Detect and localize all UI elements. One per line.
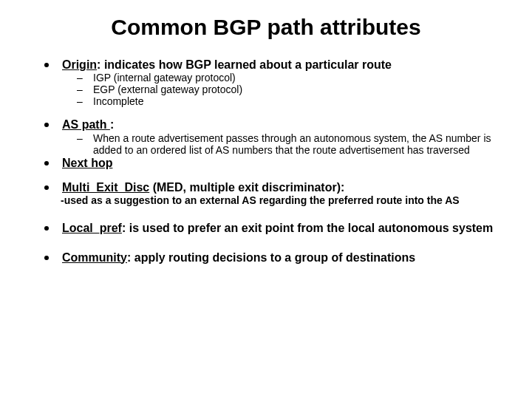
bullet-community-text: Community: apply routing decisions to a … bbox=[62, 250, 502, 265]
bullet-dot-icon bbox=[44, 123, 49, 127]
slide-title: Common BGP path attributes bbox=[30, 15, 502, 40]
community-desc: : apply routing decisions to a group of … bbox=[127, 251, 415, 264]
med-label: Multi_Exit_Disc bbox=[62, 181, 149, 194]
sub-igp: IGP (internal gateway protocol) bbox=[93, 72, 502, 83]
sub-item: – Incomplete bbox=[77, 95, 502, 107]
origin-desc: : indicates how BGP learned about a part… bbox=[97, 58, 392, 71]
bullet-med-text: Multi_Exit_Disc (MED, multiple exit disc… bbox=[62, 180, 502, 194]
bullet-localpref: Local_pref: is used to prefer an exit po… bbox=[44, 221, 502, 235]
dash-icon: – bbox=[77, 83, 84, 95]
bullet-med: Multi_Exit_Disc (MED, multiple exit disc… bbox=[44, 180, 502, 194]
bullet-nexthop: Next hop bbox=[44, 156, 502, 170]
bullet-nexthop-text: Next hop bbox=[62, 156, 502, 170]
sub-aspath-desc: When a route advertisement passes throug… bbox=[93, 132, 502, 156]
dash-icon: – bbox=[77, 132, 84, 144]
origin-label: Origin bbox=[62, 58, 97, 71]
localpref-label: Local_pref bbox=[62, 222, 122, 234]
aspath-desc: : bbox=[110, 118, 114, 131]
bullet-dot-icon bbox=[44, 161, 49, 166]
community-label: Community bbox=[62, 251, 127, 264]
bullet-dot-icon bbox=[44, 63, 49, 67]
bullet-dot-icon bbox=[44, 256, 49, 260]
dash-icon: – bbox=[77, 72, 84, 83]
sub-item: – When a route advertisement passes thro… bbox=[77, 132, 502, 156]
sub-med-note: -used as a suggestion to an external AS … bbox=[61, 194, 502, 206]
sub-item: – EGP (external gateway protocol) bbox=[77, 83, 502, 95]
bullet-aspath-text: AS path : bbox=[62, 117, 502, 132]
bullet-origin-text: Origin: indicates how BGP learned about … bbox=[62, 58, 502, 72]
dash-icon: – bbox=[77, 95, 84, 107]
sub-egp: EGP (external gateway protocol) bbox=[93, 83, 502, 95]
med-desc: (MED, multiple exit discriminator): bbox=[149, 181, 344, 194]
localpref-desc: : is used to prefer an exit point from t… bbox=[122, 222, 493, 234]
bullet-localpref-text: Local_pref: is used to prefer an exit po… bbox=[62, 221, 502, 235]
bullet-dot-icon bbox=[44, 185, 49, 190]
sub-incomplete: Incomplete bbox=[93, 95, 502, 107]
aspath-label: AS path bbox=[62, 118, 110, 131]
nexthop-label: Next hop bbox=[62, 157, 112, 169]
bullet-dot-icon bbox=[44, 226, 49, 231]
bullet-aspath: AS path : bbox=[44, 117, 502, 132]
bullet-community: Community: apply routing decisions to a … bbox=[44, 250, 502, 265]
bullet-origin: Origin: indicates how BGP learned about … bbox=[44, 58, 502, 72]
sub-item: – IGP (internal gateway protocol) bbox=[77, 72, 502, 83]
